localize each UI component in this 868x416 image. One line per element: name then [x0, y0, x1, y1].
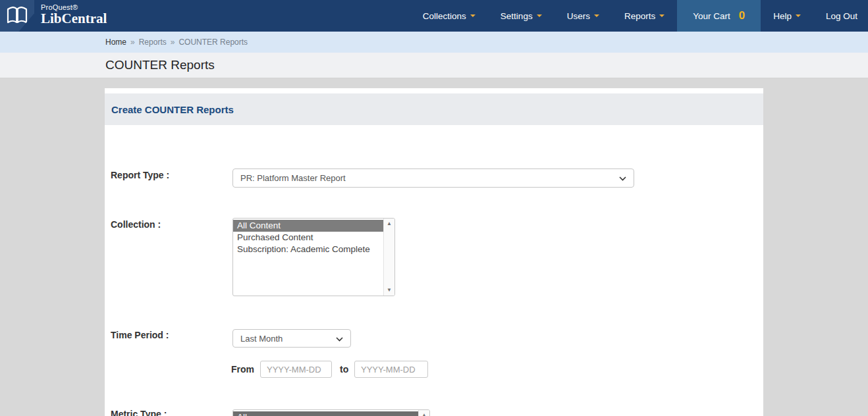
nav-help[interactable]: Help: [761, 0, 813, 32]
page-title: COUNTER Reports: [105, 58, 215, 72]
nav-collections-label: Collections: [423, 11, 466, 21]
libcentral-wordmark: LibCentral: [41, 11, 107, 26]
breadcrumb: Home » Reports » COUNTER Reports: [0, 32, 868, 53]
panel-heading-title: Create COUNTER Reports: [111, 104, 234, 115]
metric-type-listbox: All ▲ ▼: [232, 409, 430, 416]
caret-down-icon: [537, 14, 542, 17]
libcentral-logo[interactable]: [0, 0, 34, 32]
breadcrumb-reports[interactable]: Reports: [139, 38, 167, 47]
metric-type-label: Metric Type :: [111, 409, 167, 416]
brand-text: ProQuest® LibCentral: [41, 0, 107, 32]
panel-heading: Create COUNTER Reports: [105, 93, 763, 125]
collection-option-purchased-content[interactable]: Purchased Content: [233, 232, 383, 244]
open-book-icon: [0, 7, 34, 24]
scroll-up-icon[interactable]: ▲: [387, 221, 392, 226]
from-label: From: [231, 364, 254, 375]
caret-down-icon: [470, 14, 475, 17]
chevron-down-icon: [336, 334, 343, 344]
create-counter-reports-panel: Create COUNTER Reports Report Type : PR:…: [105, 88, 763, 416]
breadcrumb-separator: »: [130, 38, 135, 47]
breadcrumb-separator: »: [171, 38, 175, 47]
listbox-scrollbar[interactable]: ▲ ▼: [418, 410, 429, 416]
breadcrumb-home[interactable]: Home: [105, 38, 126, 47]
nav-users-label: Users: [567, 11, 590, 21]
collection-options: All Content Purchased Content Subscripti…: [233, 219, 383, 296]
report-type-select[interactable]: PR: Platform Master Report: [232, 169, 634, 188]
scroll-up-icon[interactable]: ▲: [421, 413, 427, 416]
collection-option-all-content[interactable]: All Content: [233, 220, 383, 232]
cart-label: Your Cart: [693, 11, 730, 21]
report-type-label: Report Type :: [111, 170, 169, 180]
nav-logout[interactable]: Log Out: [813, 0, 868, 32]
date-from-input[interactable]: [260, 361, 332, 378]
report-type-selected-value: PR: Platform Master Report: [240, 173, 346, 183]
nav-settings[interactable]: Settings: [488, 0, 555, 32]
scroll-down-icon[interactable]: ▼: [387, 288, 392, 293]
cart-count-badge: 0: [739, 9, 745, 22]
nav-settings-label: Settings: [501, 11, 533, 21]
nav-reports-label: Reports: [624, 11, 655, 21]
collection-listbox: All Content Purchased Content Subscripti…: [232, 218, 395, 296]
nav-collections[interactable]: Collections: [410, 0, 488, 32]
to-label: to: [340, 364, 348, 375]
caret-down-icon: [594, 14, 599, 17]
caret-down-icon: [659, 14, 665, 17]
page-title-band: COUNTER Reports: [0, 53, 868, 78]
collection-label: Collection :: [111, 219, 161, 230]
date-to-input[interactable]: [354, 361, 428, 378]
metric-type-option-all[interactable]: All: [233, 411, 418, 416]
nav-users[interactable]: Users: [555, 0, 612, 32]
chevron-down-icon: [619, 173, 626, 183]
top-navbar: ProQuest® LibCentral Collections Setting…: [0, 0, 868, 32]
metric-type-options: All: [233, 410, 418, 416]
nav-your-cart[interactable]: Your Cart 0: [677, 0, 761, 32]
time-period-label: Time Period :: [111, 330, 169, 340]
breadcrumb-counter-reports: COUNTER Reports: [178, 38, 248, 47]
nav-logout-label: Log Out: [826, 11, 857, 21]
collection-option-subscription-academic-complete[interactable]: Subscription: Academic Complete: [233, 244, 383, 255]
listbox-scrollbar[interactable]: ▲ ▼: [383, 219, 394, 296]
nav-help-label: Help: [773, 11, 792, 21]
time-period-select[interactable]: Last Month: [232, 329, 351, 348]
main-nav-menu: Collections Settings Users Reports Your …: [410, 0, 868, 32]
nav-reports[interactable]: Reports: [612, 0, 677, 32]
caret-down-icon: [796, 14, 801, 17]
time-period-selected-value: Last Month: [240, 334, 283, 344]
